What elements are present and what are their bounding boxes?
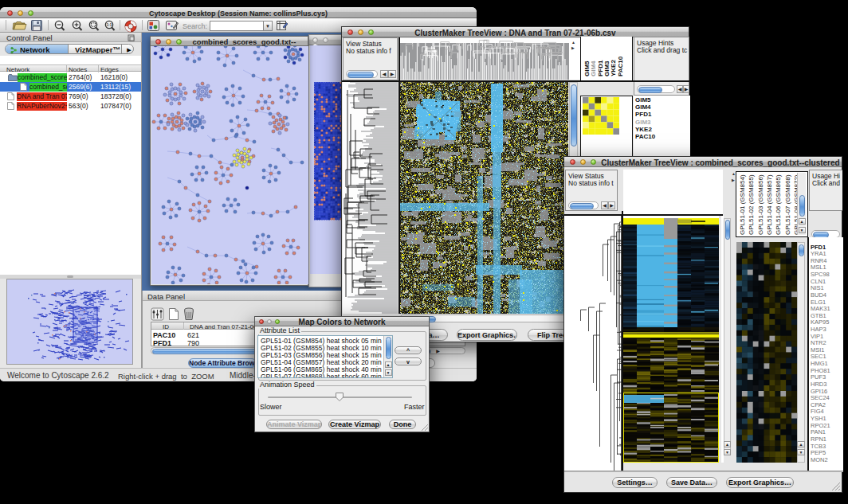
svg-text:1:1: 1:1: [107, 23, 112, 27]
